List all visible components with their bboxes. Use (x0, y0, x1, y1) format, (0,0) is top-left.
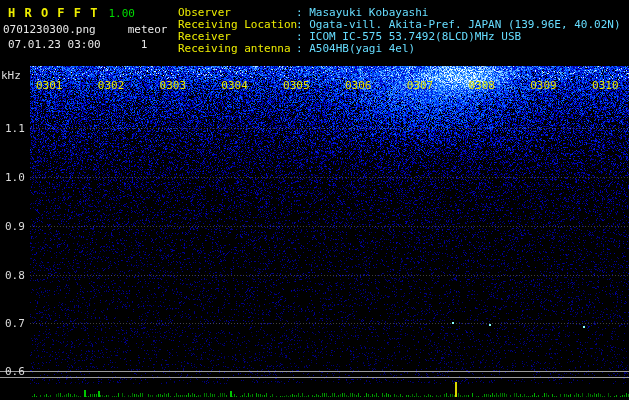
info-value: : A504HB(yagi 4el) (296, 42, 415, 55)
info-row-antenna: Receiving antenna: A504HB(yagi 4el) (178, 43, 621, 55)
mode-label: meteor (128, 23, 168, 36)
frequency-tick-label: 1.0 (5, 171, 25, 184)
time-tick-label: 0305 (283, 79, 310, 92)
time-tick-label: 0309 (530, 79, 557, 92)
observation-info: Observer: Masayuki Kobayashi Receiving L… (178, 7, 621, 55)
meteor-count: 1 (141, 38, 148, 51)
app-title: H R O F F T (8, 6, 98, 20)
time-tick-label: 0301 (36, 79, 63, 92)
time-tick-label: 0310 (592, 79, 619, 92)
time-tick-label: 0308 (468, 79, 495, 92)
time-tick-label: 0306 (345, 79, 372, 92)
time-tick-label: 0307 (407, 79, 434, 92)
time-tick-label: 0302 (98, 79, 125, 92)
file-line: 0701230300.pngmeteor (3, 23, 167, 36)
time-tick-label: 0304 (221, 79, 248, 92)
app-version: 1.00 (108, 7, 135, 20)
observation-datetime: 07.01.23 03:00 (8, 38, 101, 51)
hrofft-screen: H R O F F T1.00 0701230300.pngmeteor 07.… (0, 0, 629, 400)
frequency-tick-label: 0.7 (5, 317, 25, 330)
output-filename: 0701230300.png (3, 23, 96, 36)
info-label: Receiving antenna (178, 43, 296, 55)
frequency-tick-label: 1.1 (5, 122, 25, 135)
date-line: 07.01.23 03:001 (8, 38, 147, 51)
frequency-tick-label: 0.8 (5, 269, 25, 282)
app-header: H R O F F T1.00 (8, 2, 135, 21)
spectrogram-canvas (0, 0, 629, 400)
frequency-tick-label: 0.6 (5, 365, 25, 378)
time-tick-label: 0303 (160, 79, 187, 92)
frequency-tick-label: 0.9 (5, 220, 25, 233)
frequency-unit-label: kHz (1, 69, 21, 82)
